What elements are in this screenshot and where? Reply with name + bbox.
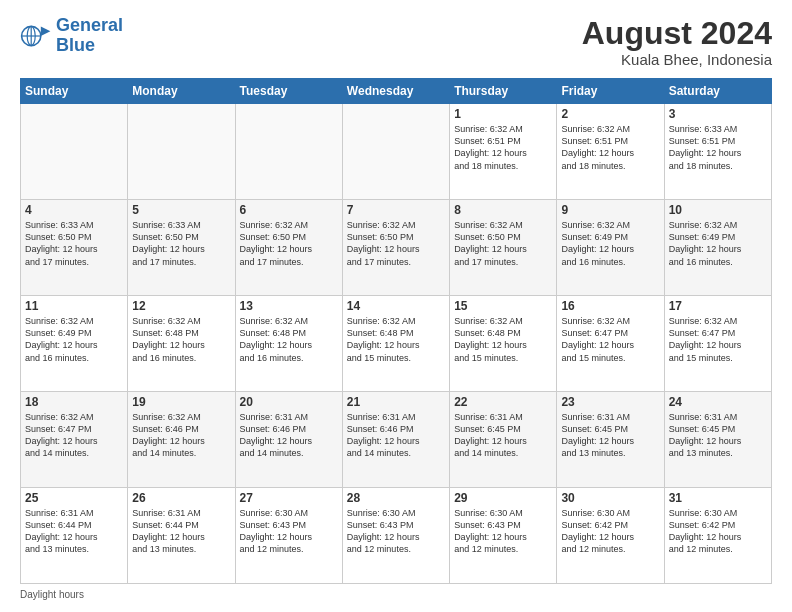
calendar-cell xyxy=(235,104,342,200)
day-info: Sunrise: 6:32 AM Sunset: 6:49 PM Dayligh… xyxy=(25,315,123,364)
footer-daylight: Daylight hours xyxy=(20,589,772,600)
day-number: 16 xyxy=(561,299,659,313)
calendar-week-row: 4Sunrise: 6:33 AM Sunset: 6:50 PM Daylig… xyxy=(21,200,772,296)
day-info: Sunrise: 6:30 AM Sunset: 6:43 PM Dayligh… xyxy=(347,507,445,556)
day-number: 26 xyxy=(132,491,230,505)
calendar-cell: 1Sunrise: 6:32 AM Sunset: 6:51 PM Daylig… xyxy=(450,104,557,200)
page: General Blue August 2024 Kuala Bhee, Ind… xyxy=(0,0,792,612)
day-number: 23 xyxy=(561,395,659,409)
calendar-cell: 6Sunrise: 6:32 AM Sunset: 6:50 PM Daylig… xyxy=(235,200,342,296)
location-subtitle: Kuala Bhee, Indonesia xyxy=(582,51,772,68)
calendar-day-header: Wednesday xyxy=(342,79,449,104)
calendar-cell: 7Sunrise: 6:32 AM Sunset: 6:50 PM Daylig… xyxy=(342,200,449,296)
day-info: Sunrise: 6:32 AM Sunset: 6:47 PM Dayligh… xyxy=(25,411,123,460)
day-number: 22 xyxy=(454,395,552,409)
day-number: 18 xyxy=(25,395,123,409)
day-number: 1 xyxy=(454,107,552,121)
header: General Blue August 2024 Kuala Bhee, Ind… xyxy=(20,16,772,68)
day-info: Sunrise: 6:32 AM Sunset: 6:50 PM Dayligh… xyxy=(454,219,552,268)
month-title: August 2024 xyxy=(582,16,772,51)
calendar-cell: 26Sunrise: 6:31 AM Sunset: 6:44 PM Dayli… xyxy=(128,488,235,584)
day-info: Sunrise: 6:31 AM Sunset: 6:44 PM Dayligh… xyxy=(132,507,230,556)
calendar-cell: 17Sunrise: 6:32 AM Sunset: 6:47 PM Dayli… xyxy=(664,296,771,392)
day-number: 19 xyxy=(132,395,230,409)
logo-line2: Blue xyxy=(56,35,95,55)
calendar-cell: 29Sunrise: 6:30 AM Sunset: 6:43 PM Dayli… xyxy=(450,488,557,584)
calendar-cell: 16Sunrise: 6:32 AM Sunset: 6:47 PM Dayli… xyxy=(557,296,664,392)
calendar-cell: 18Sunrise: 6:32 AM Sunset: 6:47 PM Dayli… xyxy=(21,392,128,488)
day-info: Sunrise: 6:32 AM Sunset: 6:48 PM Dayligh… xyxy=(347,315,445,364)
title-block: August 2024 Kuala Bhee, Indonesia xyxy=(582,16,772,68)
day-number: 30 xyxy=(561,491,659,505)
day-number: 27 xyxy=(240,491,338,505)
day-info: Sunrise: 6:32 AM Sunset: 6:48 PM Dayligh… xyxy=(240,315,338,364)
day-info: Sunrise: 6:31 AM Sunset: 6:46 PM Dayligh… xyxy=(347,411,445,460)
day-number: 5 xyxy=(132,203,230,217)
calendar-table: SundayMondayTuesdayWednesdayThursdayFrid… xyxy=(20,78,772,584)
calendar-day-header: Thursday xyxy=(450,79,557,104)
day-number: 10 xyxy=(669,203,767,217)
calendar-cell: 13Sunrise: 6:32 AM Sunset: 6:48 PM Dayli… xyxy=(235,296,342,392)
day-number: 14 xyxy=(347,299,445,313)
day-info: Sunrise: 6:32 AM Sunset: 6:47 PM Dayligh… xyxy=(561,315,659,364)
day-number: 21 xyxy=(347,395,445,409)
day-number: 9 xyxy=(561,203,659,217)
day-number: 6 xyxy=(240,203,338,217)
day-info: Sunrise: 6:33 AM Sunset: 6:51 PM Dayligh… xyxy=(669,123,767,172)
calendar-cell: 15Sunrise: 6:32 AM Sunset: 6:48 PM Dayli… xyxy=(450,296,557,392)
calendar-cell: 19Sunrise: 6:32 AM Sunset: 6:46 PM Dayli… xyxy=(128,392,235,488)
day-number: 8 xyxy=(454,203,552,217)
logo: General Blue xyxy=(20,16,123,56)
day-number: 31 xyxy=(669,491,767,505)
day-info: Sunrise: 6:32 AM Sunset: 6:48 PM Dayligh… xyxy=(132,315,230,364)
day-info: Sunrise: 6:30 AM Sunset: 6:42 PM Dayligh… xyxy=(561,507,659,556)
calendar-week-row: 18Sunrise: 6:32 AM Sunset: 6:47 PM Dayli… xyxy=(21,392,772,488)
calendar-week-row: 25Sunrise: 6:31 AM Sunset: 6:44 PM Dayli… xyxy=(21,488,772,584)
day-info: Sunrise: 6:32 AM Sunset: 6:50 PM Dayligh… xyxy=(347,219,445,268)
calendar-cell: 21Sunrise: 6:31 AM Sunset: 6:46 PM Dayli… xyxy=(342,392,449,488)
calendar-cell: 27Sunrise: 6:30 AM Sunset: 6:43 PM Dayli… xyxy=(235,488,342,584)
svg-marker-4 xyxy=(41,26,51,36)
calendar-cell: 31Sunrise: 6:30 AM Sunset: 6:42 PM Dayli… xyxy=(664,488,771,584)
day-info: Sunrise: 6:30 AM Sunset: 6:43 PM Dayligh… xyxy=(240,507,338,556)
calendar-cell: 24Sunrise: 6:31 AM Sunset: 6:45 PM Dayli… xyxy=(664,392,771,488)
day-info: Sunrise: 6:32 AM Sunset: 6:51 PM Dayligh… xyxy=(454,123,552,172)
day-info: Sunrise: 6:31 AM Sunset: 6:45 PM Dayligh… xyxy=(454,411,552,460)
calendar-week-row: 11Sunrise: 6:32 AM Sunset: 6:49 PM Dayli… xyxy=(21,296,772,392)
calendar-day-header: Saturday xyxy=(664,79,771,104)
day-info: Sunrise: 6:33 AM Sunset: 6:50 PM Dayligh… xyxy=(132,219,230,268)
day-number: 15 xyxy=(454,299,552,313)
day-info: Sunrise: 6:31 AM Sunset: 6:44 PM Dayligh… xyxy=(25,507,123,556)
day-number: 4 xyxy=(25,203,123,217)
calendar-cell: 22Sunrise: 6:31 AM Sunset: 6:45 PM Dayli… xyxy=(450,392,557,488)
calendar-cell: 23Sunrise: 6:31 AM Sunset: 6:45 PM Dayli… xyxy=(557,392,664,488)
day-info: Sunrise: 6:32 AM Sunset: 6:50 PM Dayligh… xyxy=(240,219,338,268)
day-info: Sunrise: 6:31 AM Sunset: 6:46 PM Dayligh… xyxy=(240,411,338,460)
calendar-cell: 3Sunrise: 6:33 AM Sunset: 6:51 PM Daylig… xyxy=(664,104,771,200)
logo-icon xyxy=(20,20,52,52)
day-number: 24 xyxy=(669,395,767,409)
calendar-cell: 25Sunrise: 6:31 AM Sunset: 6:44 PM Dayli… xyxy=(21,488,128,584)
day-info: Sunrise: 6:32 AM Sunset: 6:48 PM Dayligh… xyxy=(454,315,552,364)
calendar-cell xyxy=(342,104,449,200)
calendar-day-header: Monday xyxy=(128,79,235,104)
day-number: 3 xyxy=(669,107,767,121)
logo-line1: General xyxy=(56,15,123,35)
calendar-cell: 12Sunrise: 6:32 AM Sunset: 6:48 PM Dayli… xyxy=(128,296,235,392)
day-number: 11 xyxy=(25,299,123,313)
day-number: 7 xyxy=(347,203,445,217)
day-info: Sunrise: 6:33 AM Sunset: 6:50 PM Dayligh… xyxy=(25,219,123,268)
calendar-cell: 10Sunrise: 6:32 AM Sunset: 6:49 PM Dayli… xyxy=(664,200,771,296)
calendar-cell: 11Sunrise: 6:32 AM Sunset: 6:49 PM Dayli… xyxy=(21,296,128,392)
calendar-cell xyxy=(21,104,128,200)
day-number: 29 xyxy=(454,491,552,505)
calendar-week-row: 1Sunrise: 6:32 AM Sunset: 6:51 PM Daylig… xyxy=(21,104,772,200)
day-info: Sunrise: 6:32 AM Sunset: 6:49 PM Dayligh… xyxy=(561,219,659,268)
day-info: Sunrise: 6:30 AM Sunset: 6:43 PM Dayligh… xyxy=(454,507,552,556)
day-info: Sunrise: 6:32 AM Sunset: 6:49 PM Dayligh… xyxy=(669,219,767,268)
day-number: 17 xyxy=(669,299,767,313)
day-info: Sunrise: 6:32 AM Sunset: 6:46 PM Dayligh… xyxy=(132,411,230,460)
day-info: Sunrise: 6:32 AM Sunset: 6:47 PM Dayligh… xyxy=(669,315,767,364)
calendar-header-row: SundayMondayTuesdayWednesdayThursdayFrid… xyxy=(21,79,772,104)
day-number: 2 xyxy=(561,107,659,121)
